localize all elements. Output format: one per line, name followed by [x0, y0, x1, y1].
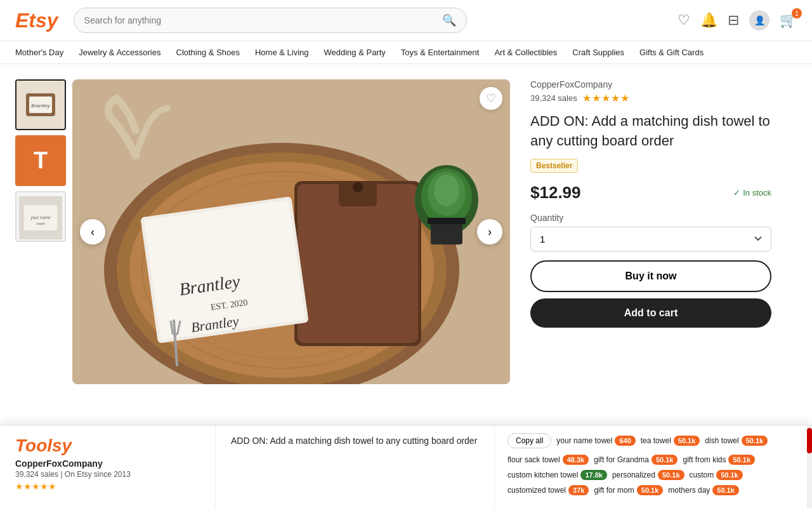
thumbnail-list: Brantley T your name towel	[15, 79, 66, 384]
sales-count: 39,324 sales	[530, 93, 577, 103]
product-image-svg: Brantley EST. 2020 Brantley	[72, 79, 510, 384]
messages-icon[interactable]: ⊟	[728, 12, 739, 29]
seller-stars: ★★★★★	[582, 92, 630, 104]
svg-text:Brantley: Brantley	[31, 103, 50, 109]
next-image-button[interactable]: ›	[477, 219, 502, 244]
add-to-cart-button[interactable]: Add to cart	[530, 298, 771, 328]
bestseller-badge: Bestseller	[530, 159, 578, 173]
avatar[interactable]: 👤	[749, 10, 769, 30]
nav-wedding[interactable]: Wedding & Party	[324, 48, 386, 57]
prev-image-button[interactable]: ‹	[80, 219, 105, 244]
svg-rect-28	[428, 218, 466, 224]
etsy-logo[interactable]: Etsy	[15, 9, 58, 32]
nav-clothing[interactable]: Clothing & Shoes	[176, 48, 240, 57]
nav-gifts[interactable]: Gifts & Gift Cards	[639, 48, 704, 57]
search-bar: 🔍	[74, 8, 467, 33]
seller-name[interactable]: CopperFoxCompany	[530, 79, 771, 90]
quantity-label: Quantity	[530, 213, 771, 223]
nav-craft[interactable]: Craft Supplies	[572, 48, 624, 57]
stock-status: ✓ In stock	[733, 188, 771, 197]
thumbnail-3[interactable]: your name towel	[15, 191, 66, 242]
favorite-button[interactable]: ♡	[480, 87, 502, 110]
quantity-select[interactable]: 1 2 3 4 5	[530, 227, 771, 251]
search-button[interactable]: 🔍	[442, 13, 456, 27]
cart-icon[interactable]: 🛒 1	[780, 12, 797, 29]
nav-mothers-day[interactable]: Mother's Day	[15, 48, 63, 57]
thumbnail-2[interactable]: T	[15, 135, 66, 186]
thumbnail-1[interactable]: Brantley	[15, 79, 66, 130]
svg-text:towel: towel	[36, 222, 44, 225]
price-row: $12.99 ✓ In stock	[530, 183, 771, 203]
main-content: Brantley T your name towel	[0, 64, 812, 384]
product-title: ADD ON: Add a matching dish towel to any…	[530, 112, 771, 151]
header: Etsy 🔍 ♡ 🔔 ⊟ 👤 🛒 1	[0, 0, 812, 41]
main-product-image: Brantley EST. 2020 Brantley ‹ › ♡	[72, 79, 510, 384]
nav-home[interactable]: Home & Living	[255, 48, 309, 57]
buy-now-button[interactable]: Buy it now	[530, 260, 771, 292]
notifications-icon[interactable]: 🔔	[700, 12, 717, 29]
svg-point-17	[353, 182, 363, 192]
svg-text:your name: your name	[30, 215, 51, 220]
seller-stats: 39,324 sales ★★★★★	[530, 92, 771, 104]
svg-point-26	[434, 175, 459, 206]
search-input[interactable]	[84, 15, 442, 25]
product-detail: CopperFoxCompany 39,324 sales ★★★★★ ADD …	[530, 79, 771, 384]
main-nav: Mother's Day Jewelry & Accessories Cloth…	[0, 41, 812, 64]
cart-badge: 1	[792, 8, 802, 18]
svg-rect-15	[298, 184, 418, 343]
product-price: $12.99	[530, 183, 581, 203]
product-images: Brantley T your name towel	[15, 79, 510, 384]
favorites-icon[interactable]: ♡	[678, 12, 690, 29]
header-icons: ♡ 🔔 ⊟ 👤 🛒 1	[678, 10, 797, 30]
nav-toys[interactable]: Toys & Entertainment	[401, 48, 480, 57]
checkmark-icon: ✓	[733, 188, 740, 197]
nav-art[interactable]: Art & Collectibles	[494, 48, 557, 57]
nav-jewelry[interactable]: Jewelry & Accessories	[79, 48, 160, 57]
